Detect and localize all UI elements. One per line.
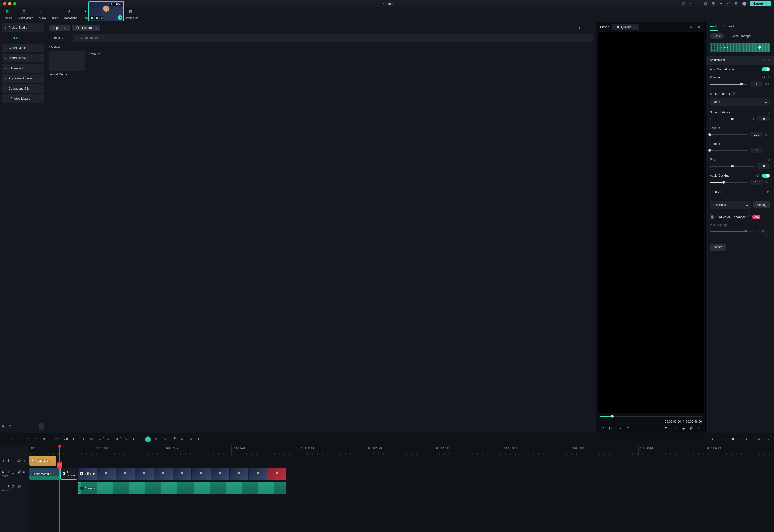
snapshot-icon[interactable]: ◉ [681,426,686,430]
avatar-icon[interactable] [742,2,746,6]
tab-stock-media[interactable]: ⊡Stock Media [18,10,33,19]
keyframe-icon[interactable] [768,111,770,114]
marker-icon[interactable]: ▭ [189,437,194,442]
grid-view-icon[interactable]: ⊞ [690,25,694,29]
track-head-audio[interactable]: ♪1▢🔊 Audio 1 [0,481,28,495]
shield-icon[interactable]: ◇ [163,437,168,442]
close-window[interactable] [3,2,6,5]
reset-icon[interactable] [762,75,765,79]
image-icon[interactable]: ▣ [712,2,716,6]
folder-icon[interactable]: ▢ [12,470,14,473]
tab-audio[interactable]: ♫Audio [39,10,46,19]
fade-in-value[interactable]: 0.00 [750,132,763,137]
headset-icon[interactable]: ◯ [727,2,731,6]
add-media-thumb[interactable]: + [49,51,85,71]
folder-icon[interactable]: ▢ [12,485,15,488]
tab-speed-inspector[interactable]: Speed [724,24,734,31]
screen-icon[interactable]: ▭ [697,2,701,6]
help-icon[interactable]: ⓘ [733,92,736,96]
tab-media[interactable]: ▦Media [5,10,12,19]
track-effect[interactable]: AI Beautify [28,455,774,467]
balance-slider[interactable] [715,119,749,119]
motion-icon[interactable]: ◉ [116,437,120,442]
pitch-slider[interactable] [710,166,755,167]
color-icon[interactable]: ☀ [155,437,159,442]
tab-transitions[interactable]: ⇄Transitions [64,10,77,19]
apps-icon[interactable]: ⊞ [735,2,739,6]
equalizer-setting-button[interactable]: Setting [753,201,770,208]
volume-value[interactable]: 5.25 [750,81,763,87]
subtab-voice-changer[interactable]: Voice Changer [728,33,755,39]
stop-button[interactable]: □ [626,426,631,430]
sidebar-item-influence-kit[interactable]: ▸Influence Kit [2,64,44,73]
audio-clip-preview[interactable]: ♪1 minute [710,43,770,52]
giftbox-icon[interactable]: ⬛ [681,2,685,6]
more-tools-icon[interactable]: » [133,437,138,442]
step-back-button[interactable]: |◁ [600,426,605,430]
subtab-basic[interactable]: Basic [710,33,724,39]
sidebar-item-global-media[interactable]: ▸Global Media [2,44,44,52]
image-compare-icon[interactable]: ▣ [697,25,702,29]
undo-button[interactable]: ↶ [25,437,30,442]
keyframe-icon[interactable] [768,158,770,161]
help-icon[interactable]: ⓘ [747,215,750,219]
mixer-icon[interactable]: ≡ [181,437,185,442]
mark-out-button[interactable]: } [657,426,661,430]
export-button[interactable]: Export [750,1,771,6]
preview-knob[interactable] [758,46,761,49]
sidebar-item-folder[interactable]: Folder [2,34,44,42]
balance-value[interactable]: 0.00 [757,116,770,121]
ducking-toggle[interactable] [762,174,770,178]
sidebar-item-photos-library[interactable]: Photos Library [2,94,44,103]
import-dropdown[interactable]: Import [49,25,70,31]
keyframe-icon[interactable] [768,75,770,79]
zoom-slider[interactable] [722,439,742,440]
zoom-in-button[interactable]: ⊕ [746,437,750,442]
clip-video-2[interactable]: ▶1 minute [60,468,77,480]
split-button[interactable]: ✂ [55,437,60,442]
zoom-out-button[interactable]: ⊖ [712,437,716,442]
reverse-icon[interactable]: ↻ [107,437,112,442]
mark-in-button[interactable]: { [649,426,653,430]
equalizer-select[interactable]: Low Bass [710,201,751,209]
tab-templates[interactable]: ▤Templates [125,10,138,19]
ai-voice-toggle[interactable] [710,215,717,219]
volume-slider[interactable] [710,84,748,85]
screen-icon[interactable]: ▭ [673,426,678,430]
prev-frame-button[interactable]: ▷| [609,426,613,430]
timer-icon[interactable]: ⏲ [124,437,129,442]
clip-ai-beautify[interactable]: AI Beautify [29,456,56,465]
layout-icon[interactable]: ⊞ [4,437,8,442]
mute-icon[interactable]: 🔊 [17,459,20,462]
eye-icon[interactable]: 👁 [23,470,26,473]
track-head-effect[interactable]: ✦2▢🔊👁 [0,455,28,467]
player-scrubber[interactable] [600,416,702,417]
audio-sync-icon[interactable]: ♪⇄ [64,437,69,442]
ducking-value[interactable]: 37.00 [750,180,763,185]
minimize-window[interactable] [8,2,11,5]
sidebar-item-cloud-media[interactable]: ▸Cloud Media [2,54,44,62]
crop-icon[interactable]: ◻ [81,437,86,442]
filter-icon[interactable]: ⫿ [576,24,583,31]
audio-channels-select[interactable]: None [710,98,770,106]
collapse-sidebar-button[interactable]: ‹ [39,423,44,430]
player-viewport[interactable] [598,32,704,413]
timeline-view-icon[interactable]: ≡ [758,437,762,442]
fade-out-slider[interactable] [710,150,748,151]
track-video[interactable]: Blonde teen girl ▶1 minute ▶1 minute [28,467,774,481]
maximize-window[interactable] [13,2,16,5]
fade-in-slider[interactable] [710,134,748,135]
reset-button[interactable]: Reset [710,244,726,251]
keyframe-icon[interactable] [768,58,770,62]
cursor-icon[interactable]: ↖ [12,437,17,442]
reset-icon[interactable] [756,174,759,178]
text-icon[interactable]: T [73,437,77,442]
auto-normalization-toggle[interactable] [762,67,770,71]
send-icon[interactable]: ✈ [689,2,693,6]
marker-dropdown[interactable]: ⚑ [665,426,669,430]
track-head-video[interactable]: ▶1▢🔊👁 Video 1 [0,467,28,481]
link-icon[interactable]: ⌘ [90,437,94,442]
mute-icon[interactable]: 🔊 [18,485,21,488]
record-icon[interactable]: ⊡ [198,437,203,442]
eye-icon[interactable]: 👁 [23,459,26,462]
